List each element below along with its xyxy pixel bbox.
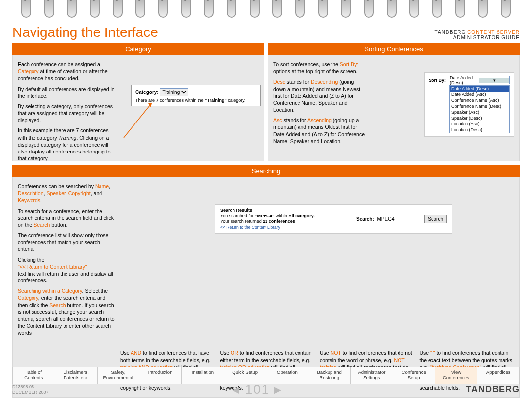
spiral-binding <box>0 0 532 22</box>
category-section-bar: Category <box>12 43 264 55</box>
brand-logo: TANDBERG <box>466 384 520 395</box>
search-illustration: Search Results You searched for "MPEG4" … <box>121 177 519 345</box>
sort-combo[interactable]: Date Added (Desc)▾ <box>448 76 510 84</box>
chevron-down-icon[interactable]: ▾ <box>479 78 510 83</box>
return-link[interactable]: << Return to the Content Library <box>220 225 315 230</box>
guide-text: ADMINISTRATOR GUIDE <box>453 35 520 40</box>
product-text: CONTENT SERVER <box>467 30 520 35</box>
category-dropdown[interactable]: Training <box>160 88 188 96</box>
searching-section-bar: Searching <box>12 165 520 177</box>
page-title: Navigating the Interface <box>12 25 158 40</box>
next-page-icon[interactable]: ▶ <box>274 384 282 395</box>
search-label: Search: <box>356 216 374 222</box>
sort-options-list[interactable]: Date Added (Desc)Date Added (Asc)Confere… <box>449 85 510 133</box>
search-results-title: Search Results <box>220 208 315 214</box>
sort-by-label: Sort By: <box>429 78 446 83</box>
sort-option[interactable]: Date Added (Asc) <box>450 92 509 97</box>
sort-option[interactable]: Conference Name (Asc) <box>450 97 509 103</box>
search-results-box: Search Results You searched for "MPEG4" … <box>215 204 452 234</box>
search-text-column: Conferences can be searched by Name, Des… <box>13 177 121 345</box>
sort-option[interactable]: Speaker (Asc) <box>450 109 509 115</box>
sort-by-widget: Sort By: Date Added (Desc)▾ Date Added (… <box>424 72 514 137</box>
sort-option[interactable]: Conference Name (Desc) <box>450 103 509 109</box>
sorting-text-column: To sort conferences, use the Sort By: op… <box>268 55 372 161</box>
category-illustration: Category: Training There are 7 conferenc… <box>121 55 264 161</box>
doc-info: D13898.05DECEMBER 2007 <box>12 384 49 395</box>
sort-option[interactable]: Date Added (Desc) <box>450 86 509 92</box>
sorting-illustration: Sort By: Date Added (Desc)▾ Date Added (… <box>372 55 519 161</box>
pager: ◀ 101 ▶ <box>233 382 282 397</box>
category-text-column: Each conference can be assigned a Catego… <box>13 55 121 161</box>
sort-option[interactable]: Location (Desc) <box>450 127 509 133</box>
sort-option[interactable]: Location (Asc) <box>450 121 509 127</box>
search-button[interactable] <box>424 215 447 223</box>
sorting-section-bar: Sorting Conferences <box>268 43 520 55</box>
search-input[interactable] <box>376 215 423 223</box>
sort-option[interactable]: Speaker (Desc) <box>450 115 509 121</box>
arrow-icon <box>121 99 170 139</box>
prev-page-icon[interactable]: ◀ <box>233 384 240 395</box>
brand-text: TANDBERG <box>435 30 466 35</box>
page-number: 101 <box>245 382 269 397</box>
category-label: Category: <box>135 90 159 95</box>
product-label: TANDBERG CONTENT SERVER ADMINISTRATOR GU… <box>435 30 520 40</box>
